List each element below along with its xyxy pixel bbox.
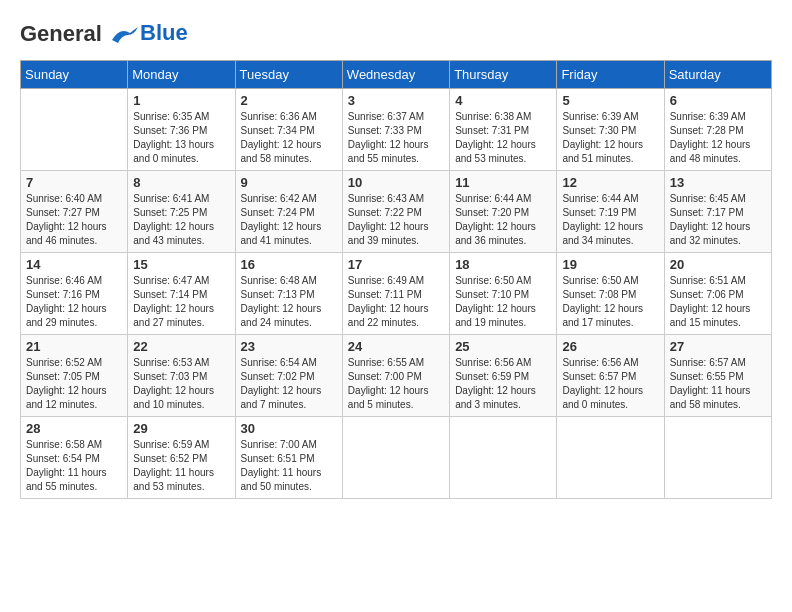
- day-info: Sunrise: 6:57 AMSunset: 6:55 PMDaylight:…: [670, 356, 766, 412]
- day-info: Sunrise: 6:48 AMSunset: 7:13 PMDaylight:…: [241, 274, 337, 330]
- day-number: 21: [26, 339, 122, 354]
- day-cell: 9Sunrise: 6:42 AMSunset: 7:24 PMDaylight…: [235, 171, 342, 253]
- header-cell-thursday: Thursday: [450, 61, 557, 89]
- header-cell-monday: Monday: [128, 61, 235, 89]
- day-number: 1: [133, 93, 229, 108]
- day-number: 5: [562, 93, 658, 108]
- day-number: 18: [455, 257, 551, 272]
- day-number: 17: [348, 257, 444, 272]
- week-row-1: 1Sunrise: 6:35 AMSunset: 7:36 PMDaylight…: [21, 89, 772, 171]
- day-number: 10: [348, 175, 444, 190]
- day-cell: 16Sunrise: 6:48 AMSunset: 7:13 PMDayligh…: [235, 253, 342, 335]
- header-cell-sunday: Sunday: [21, 61, 128, 89]
- day-cell: 24Sunrise: 6:55 AMSunset: 7:00 PMDayligh…: [342, 335, 449, 417]
- day-cell: 2Sunrise: 6:36 AMSunset: 7:34 PMDaylight…: [235, 89, 342, 171]
- day-number: 12: [562, 175, 658, 190]
- day-info: Sunrise: 6:56 AMSunset: 6:59 PMDaylight:…: [455, 356, 551, 412]
- day-cell: 10Sunrise: 6:43 AMSunset: 7:22 PMDayligh…: [342, 171, 449, 253]
- day-number: 6: [670, 93, 766, 108]
- week-row-3: 14Sunrise: 6:46 AMSunset: 7:16 PMDayligh…: [21, 253, 772, 335]
- day-number: 4: [455, 93, 551, 108]
- day-info: Sunrise: 6:49 AMSunset: 7:11 PMDaylight:…: [348, 274, 444, 330]
- week-row-5: 28Sunrise: 6:58 AMSunset: 6:54 PMDayligh…: [21, 417, 772, 499]
- day-cell: 28Sunrise: 6:58 AMSunset: 6:54 PMDayligh…: [21, 417, 128, 499]
- day-cell: 23Sunrise: 6:54 AMSunset: 7:02 PMDayligh…: [235, 335, 342, 417]
- day-cell: 6Sunrise: 6:39 AMSunset: 7:28 PMDaylight…: [664, 89, 771, 171]
- day-info: Sunrise: 6:40 AMSunset: 7:27 PMDaylight:…: [26, 192, 122, 248]
- day-number: 7: [26, 175, 122, 190]
- day-info: Sunrise: 6:55 AMSunset: 7:00 PMDaylight:…: [348, 356, 444, 412]
- day-info: Sunrise: 6:43 AMSunset: 7:22 PMDaylight:…: [348, 192, 444, 248]
- day-cell: 11Sunrise: 6:44 AMSunset: 7:20 PMDayligh…: [450, 171, 557, 253]
- day-cell: 29Sunrise: 6:59 AMSunset: 6:52 PMDayligh…: [128, 417, 235, 499]
- logo-bird-icon: [110, 20, 140, 50]
- day-number: 9: [241, 175, 337, 190]
- day-cell: 7Sunrise: 6:40 AMSunset: 7:27 PMDaylight…: [21, 171, 128, 253]
- logo: General Blue: [20, 20, 188, 50]
- week-row-2: 7Sunrise: 6:40 AMSunset: 7:27 PMDaylight…: [21, 171, 772, 253]
- day-number: 30: [241, 421, 337, 436]
- day-info: Sunrise: 7:00 AMSunset: 6:51 PMDaylight:…: [241, 438, 337, 494]
- day-number: 2: [241, 93, 337, 108]
- day-cell: [557, 417, 664, 499]
- day-number: 22: [133, 339, 229, 354]
- day-number: 20: [670, 257, 766, 272]
- day-cell: [664, 417, 771, 499]
- day-number: 19: [562, 257, 658, 272]
- day-cell: 26Sunrise: 6:56 AMSunset: 6:57 PMDayligh…: [557, 335, 664, 417]
- day-info: Sunrise: 6:42 AMSunset: 7:24 PMDaylight:…: [241, 192, 337, 248]
- day-number: 26: [562, 339, 658, 354]
- day-number: 14: [26, 257, 122, 272]
- day-info: Sunrise: 6:35 AMSunset: 7:36 PMDaylight:…: [133, 110, 229, 166]
- day-number: 25: [455, 339, 551, 354]
- day-info: Sunrise: 6:38 AMSunset: 7:31 PMDaylight:…: [455, 110, 551, 166]
- day-number: 23: [241, 339, 337, 354]
- day-number: 15: [133, 257, 229, 272]
- day-info: Sunrise: 6:46 AMSunset: 7:16 PMDaylight:…: [26, 274, 122, 330]
- page-header: General Blue: [20, 20, 772, 50]
- day-number: 11: [455, 175, 551, 190]
- day-cell: 19Sunrise: 6:50 AMSunset: 7:08 PMDayligh…: [557, 253, 664, 335]
- header-cell-wednesday: Wednesday: [342, 61, 449, 89]
- day-info: Sunrise: 6:58 AMSunset: 6:54 PMDaylight:…: [26, 438, 122, 494]
- day-number: 29: [133, 421, 229, 436]
- day-cell: 20Sunrise: 6:51 AMSunset: 7:06 PMDayligh…: [664, 253, 771, 335]
- day-info: Sunrise: 6:50 AMSunset: 7:08 PMDaylight:…: [562, 274, 658, 330]
- day-info: Sunrise: 6:47 AMSunset: 7:14 PMDaylight:…: [133, 274, 229, 330]
- day-info: Sunrise: 6:56 AMSunset: 6:57 PMDaylight:…: [562, 356, 658, 412]
- header-row: SundayMondayTuesdayWednesdayThursdayFrid…: [21, 61, 772, 89]
- logo-text-blue: Blue: [140, 21, 188, 45]
- day-cell: [21, 89, 128, 171]
- day-info: Sunrise: 6:59 AMSunset: 6:52 PMDaylight:…: [133, 438, 229, 494]
- day-info: Sunrise: 6:39 AMSunset: 7:28 PMDaylight:…: [670, 110, 766, 166]
- day-cell: 21Sunrise: 6:52 AMSunset: 7:05 PMDayligh…: [21, 335, 128, 417]
- week-row-4: 21Sunrise: 6:52 AMSunset: 7:05 PMDayligh…: [21, 335, 772, 417]
- day-info: Sunrise: 6:52 AMSunset: 7:05 PMDaylight:…: [26, 356, 122, 412]
- header-cell-friday: Friday: [557, 61, 664, 89]
- day-number: 13: [670, 175, 766, 190]
- day-cell: [450, 417, 557, 499]
- day-number: 28: [26, 421, 122, 436]
- day-number: 24: [348, 339, 444, 354]
- calendar-table: SundayMondayTuesdayWednesdayThursdayFrid…: [20, 60, 772, 499]
- day-number: 27: [670, 339, 766, 354]
- day-info: Sunrise: 6:51 AMSunset: 7:06 PMDaylight:…: [670, 274, 766, 330]
- day-cell: 27Sunrise: 6:57 AMSunset: 6:55 PMDayligh…: [664, 335, 771, 417]
- day-cell: 8Sunrise: 6:41 AMSunset: 7:25 PMDaylight…: [128, 171, 235, 253]
- day-cell: 1Sunrise: 6:35 AMSunset: 7:36 PMDaylight…: [128, 89, 235, 171]
- day-cell: 12Sunrise: 6:44 AMSunset: 7:19 PMDayligh…: [557, 171, 664, 253]
- day-number: 8: [133, 175, 229, 190]
- day-info: Sunrise: 6:39 AMSunset: 7:30 PMDaylight:…: [562, 110, 658, 166]
- day-info: Sunrise: 6:37 AMSunset: 7:33 PMDaylight:…: [348, 110, 444, 166]
- header-cell-tuesday: Tuesday: [235, 61, 342, 89]
- day-cell: 22Sunrise: 6:53 AMSunset: 7:03 PMDayligh…: [128, 335, 235, 417]
- day-cell: 3Sunrise: 6:37 AMSunset: 7:33 PMDaylight…: [342, 89, 449, 171]
- day-info: Sunrise: 6:54 AMSunset: 7:02 PMDaylight:…: [241, 356, 337, 412]
- day-cell: 13Sunrise: 6:45 AMSunset: 7:17 PMDayligh…: [664, 171, 771, 253]
- day-info: Sunrise: 6:53 AMSunset: 7:03 PMDaylight:…: [133, 356, 229, 412]
- day-number: 3: [348, 93, 444, 108]
- day-cell: [342, 417, 449, 499]
- day-cell: 17Sunrise: 6:49 AMSunset: 7:11 PMDayligh…: [342, 253, 449, 335]
- day-cell: 15Sunrise: 6:47 AMSunset: 7:14 PMDayligh…: [128, 253, 235, 335]
- day-info: Sunrise: 6:36 AMSunset: 7:34 PMDaylight:…: [241, 110, 337, 166]
